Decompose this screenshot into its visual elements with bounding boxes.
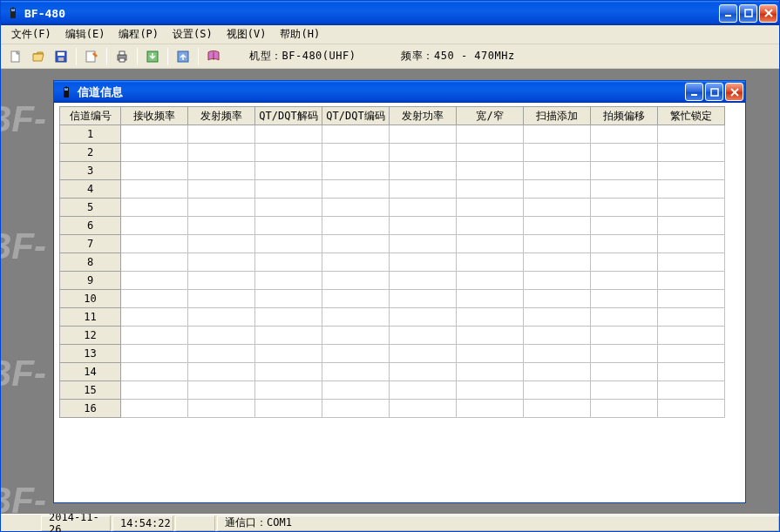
grid-column-header[interactable]: QT/DQT解码 <box>255 107 322 125</box>
grid-row-header[interactable]: 1 <box>60 125 121 144</box>
grid-cell[interactable] <box>524 217 591 235</box>
grid-corner-header[interactable]: 信道编号 <box>60 107 121 125</box>
grid-row-header[interactable]: 12 <box>60 327 121 345</box>
grid-cell[interactable] <box>390 308 457 327</box>
grid-cell[interactable] <box>457 162 524 180</box>
main-titlebar[interactable]: BF-480 <box>1 1 779 25</box>
grid-cell[interactable] <box>658 235 725 253</box>
grid-cell[interactable] <box>188 125 255 144</box>
grid-row-header[interactable]: 8 <box>60 253 121 272</box>
grid-cell[interactable] <box>591 180 658 199</box>
grid-row-header[interactable]: 5 <box>60 199 121 217</box>
grid-cell[interactable] <box>658 125 725 144</box>
grid-cell[interactable] <box>322 144 390 162</box>
grid-cell[interactable] <box>322 272 390 290</box>
grid-cell[interactable] <box>591 144 658 162</box>
grid-cell[interactable] <box>322 308 390 327</box>
grid-cell[interactable] <box>457 199 524 217</box>
grid-cell[interactable] <box>591 272 658 290</box>
grid-cell[interactable] <box>121 290 188 308</box>
grid-cell[interactable] <box>322 381 390 400</box>
grid-cell[interactable] <box>457 180 524 199</box>
grid-cell[interactable] <box>255 144 322 162</box>
grid-cell[interactable] <box>121 199 188 217</box>
grid-row-header[interactable]: 7 <box>60 235 121 253</box>
grid-cell[interactable] <box>524 290 591 308</box>
grid-cell[interactable] <box>591 308 658 327</box>
grid-row-header[interactable]: 11 <box>60 308 121 327</box>
grid-row-header[interactable]: 6 <box>60 217 121 235</box>
grid-cell[interactable] <box>658 253 725 272</box>
grid-cell[interactable] <box>322 217 390 235</box>
grid-cell[interactable] <box>121 381 188 400</box>
grid-cell[interactable] <box>658 162 725 180</box>
grid-cell[interactable] <box>121 272 188 290</box>
grid-cell[interactable] <box>255 345 322 363</box>
grid-cell[interactable] <box>457 125 524 144</box>
menu-view[interactable]: 视图(V) <box>220 25 274 44</box>
grid-cell[interactable] <box>121 308 188 327</box>
main-maximize-button[interactable] <box>739 4 757 23</box>
grid-cell[interactable] <box>457 217 524 235</box>
grid-row-header[interactable]: 2 <box>60 144 121 162</box>
grid-cell[interactable] <box>524 272 591 290</box>
grid-row-header[interactable]: 3 <box>60 162 121 180</box>
grid-cell[interactable] <box>457 290 524 308</box>
grid-cell[interactable] <box>390 272 457 290</box>
main-minimize-button[interactable] <box>719 4 737 23</box>
child-close-button[interactable] <box>725 83 743 101</box>
child-maximize-button[interactable] <box>705 83 723 101</box>
grid-cell[interactable] <box>121 217 188 235</box>
grid-cell[interactable] <box>658 363 725 381</box>
grid-cell[interactable] <box>524 253 591 272</box>
grid-cell[interactable] <box>121 345 188 363</box>
print-button[interactable] <box>112 47 132 66</box>
grid-cell[interactable] <box>524 381 591 400</box>
grid-cell[interactable] <box>188 162 255 180</box>
grid-cell[interactable] <box>591 400 658 418</box>
grid-cell[interactable] <box>591 290 658 308</box>
grid-cell[interactable] <box>255 400 322 418</box>
grid-cell[interactable] <box>457 253 524 272</box>
grid-cell[interactable] <box>322 162 390 180</box>
grid-cell[interactable] <box>591 162 658 180</box>
grid-row-header[interactable]: 9 <box>60 272 121 290</box>
grid-row-header[interactable]: 16 <box>60 400 121 418</box>
channel-grid[interactable]: 信道编号接收频率发射频率QT/DQT解码QT/DQT编码发射功率宽/窄扫描添加拍… <box>59 106 725 418</box>
grid-cell[interactable] <box>524 235 591 253</box>
write-button[interactable] <box>173 47 193 66</box>
grid-cell[interactable] <box>390 400 457 418</box>
grid-cell[interactable] <box>524 345 591 363</box>
grid-column-header[interactable]: QT/DQT编码 <box>322 107 390 125</box>
grid-column-header[interactable]: 发射频率 <box>188 107 255 125</box>
grid-cell[interactable] <box>188 180 255 199</box>
grid-cell[interactable] <box>390 162 457 180</box>
child-minimize-button[interactable] <box>685 83 703 101</box>
grid-column-header[interactable]: 拍频偏移 <box>591 107 658 125</box>
grid-cell[interactable] <box>390 125 457 144</box>
read-button[interactable] <box>143 47 162 66</box>
grid-row-header[interactable]: 14 <box>60 363 121 381</box>
grid-cell[interactable] <box>121 327 188 345</box>
grid-cell[interactable] <box>390 180 457 199</box>
grid-cell[interactable] <box>121 144 188 162</box>
grid-cell[interactable] <box>457 144 524 162</box>
menu-edit[interactable]: 编辑(E) <box>58 25 112 44</box>
grid-cell[interactable] <box>658 308 725 327</box>
grid-row-header[interactable]: 15 <box>60 381 121 400</box>
grid-cell[interactable] <box>658 199 725 217</box>
grid-cell[interactable] <box>390 235 457 253</box>
grid-cell[interactable] <box>658 400 725 418</box>
grid-row-header[interactable]: 4 <box>60 180 121 199</box>
grid-cell[interactable] <box>255 180 322 199</box>
grid-cell[interactable] <box>255 125 322 144</box>
grid-cell[interactable] <box>188 144 255 162</box>
menu-help[interactable]: 帮助(H) <box>273 25 327 44</box>
grid-cell[interactable] <box>591 345 658 363</box>
grid-cell[interactable] <box>188 363 255 381</box>
grid-row-header[interactable]: 10 <box>60 290 121 308</box>
grid-cell[interactable] <box>255 290 322 308</box>
grid-cell[interactable] <box>524 308 591 327</box>
main-close-button[interactable] <box>759 4 777 23</box>
grid-cell[interactable] <box>188 253 255 272</box>
